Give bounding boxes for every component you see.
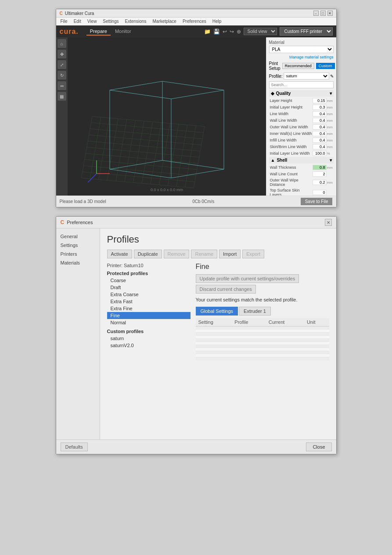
setting-wall-thickness-unit: mm [327,166,333,170]
prefs-close-button[interactable]: ✕ [325,219,332,226]
profile-edit-icon[interactable]: ✎ [330,74,334,79]
setting-outer-wall-width: Outer Wall Line Width mm [269,124,334,131]
manage-material-link[interactable]: Manage material settings [269,55,334,59]
btn-recommended[interactable]: Recommended [282,63,314,69]
duplicate-button[interactable]: Duplicate [134,250,162,258]
setting-initial-layer-height-input[interactable] [313,105,327,110]
profile-extra-fine[interactable]: Extra Fine [107,305,191,312]
menu-preferences[interactable]: Preferences [182,18,207,24]
menu-settings[interactable]: Settings [102,18,119,24]
nav-printers[interactable]: Printers [56,250,100,258]
setting-top-surface-layers-input[interactable] [313,190,327,195]
btn-custom[interactable]: Custom [316,63,335,69]
tab-extruder-1[interactable]: Extruder 1 [239,307,271,316]
table-row [196,339,329,342]
nav-general[interactable]: General [56,232,100,241]
menu-file[interactable]: File [60,18,68,24]
tab-prepare[interactable]: Prepare [86,28,111,36]
sidebar-icon-rotate[interactable]: ↻ [58,71,66,80]
profile-extra-coarse[interactable]: Extra Coarse [107,291,191,298]
setting-outer-wall-width-input[interactable] [313,124,327,130]
profile-saturn[interactable]: saturn [107,335,191,342]
setting-line-width-unit: mm [327,112,333,116]
setting-outer-wall-width-unit: mm [327,125,333,129]
setting-initial-layer-height-unit: mm [327,105,333,109]
import-button[interactable]: Import [219,250,241,258]
material-select[interactable]: PLA [269,46,334,53]
viewport-3d[interactable]: 0.0 x 0.0 x 0.0 mm [68,37,266,196]
setting-layer-height-input[interactable] [313,98,327,103]
toolbar-icon-undo[interactable]: ↩ [223,29,227,35]
save-to-file-button[interactable]: Save to File [301,198,333,205]
sidebar-icon-support[interactable]: ▦ [58,92,66,101]
toolbar-icon-redo[interactable]: ↪ [230,29,234,35]
defaults-button[interactable]: Defaults [61,443,88,451]
toolbar-icon-save[interactable]: 💾 [213,29,220,35]
profile-draft[interactable]: Draft [107,284,191,291]
setting-skirt-width-input[interactable] [313,144,327,149]
discard-changes-button[interactable]: Discard current changes [196,285,256,294]
setting-wall-thickness-input[interactable] [313,165,327,170]
setting-wall-line-count-input[interactable] [313,171,327,177]
sidebar-icon-home[interactable]: ⌂ [58,39,66,48]
profile-extra-fast[interactable]: Extra Fast [107,298,191,305]
setting-line-width: Line Width mm [269,111,334,117]
svg-rect-0 [75,37,259,196]
setting-inner-wall-width-input[interactable] [313,131,327,136]
nav-materials[interactable]: Materials [56,258,100,267]
setting-wall-line-width-input[interactable] [313,118,327,123]
table-row [196,342,329,345]
setting-inner-wall-width-unit: mm [327,132,333,136]
setting-outer-wall-wipe-input[interactable] [313,180,327,185]
setting-wall-line-width-unit: mm [327,119,333,123]
shell-label: Shell [277,158,287,163]
menu-marketplace[interactable]: Marketplace [151,18,177,24]
toolbar-icon-zoom[interactable]: ⊕ [237,29,241,35]
profile-row: Profile: saturn ✎ [269,73,334,80]
toolbar-right: 📁 💾 ↩ ↪ ⊕ Solid view Custom FFF printer [204,27,333,36]
sidebar-icon-mirror[interactable]: ⇔ [58,81,66,90]
cura-titlebar: C Ultimaker Cura – □ ✕ [56,9,336,18]
setting-skirt-width-unit: mm [327,145,333,149]
settings-search-input[interactable] [269,81,334,88]
menu-edit[interactable]: Edit [73,18,82,24]
menu-view[interactable]: View [86,18,98,24]
profile-saturnv2[interactable]: saturnV2.0 [107,342,191,349]
sidebar-icon-move[interactable]: ✥ [58,50,66,58]
tab-global-settings[interactable]: Global Settings [196,307,238,316]
table-row [196,345,329,348]
setting-initial-line-width-input[interactable] [313,151,327,156]
shell-section-header[interactable]: ▲ Shell ▾ [269,157,334,163]
cura-main-window: C Ultimaker Cura – □ ✕ File Edit View Se… [56,9,337,207]
menu-help[interactable]: Help [212,18,223,24]
minimize-button[interactable]: – [313,11,319,16]
profile-normal[interactable]: Normal [107,319,191,326]
profile-coarse[interactable]: Coarse [107,277,191,284]
selected-profile-name: Fine [196,263,329,271]
quality-section-header[interactable]: ◆ Quality ▾ [269,90,334,97]
nav-settings[interactable]: Settings [56,241,100,250]
close-dialog-button[interactable]: Close [306,443,331,451]
setting-infill-width-input[interactable] [313,138,327,143]
menu-extensions[interactable]: Extensions [124,18,147,24]
profile-fine[interactable]: Fine [107,312,191,319]
update-profile-button[interactable]: Update profile with current settings/ove… [196,274,299,283]
profile-select[interactable]: saturn [284,73,329,80]
window-controls: – □ ✕ [313,11,333,16]
rename-button[interactable]: Rename [191,250,217,258]
export-button[interactable]: Export [242,250,264,258]
activate-button[interactable]: Activate [107,250,132,258]
close-window-button[interactable]: ✕ [327,11,333,16]
view-mode-select[interactable]: Solid view [244,28,277,35]
sidebar-icon-scale[interactable]: ⤢ [58,60,66,69]
quality-icon: ◆ [271,91,274,96]
printer-select[interactable]: Custom FFF printer [280,27,333,36]
toolbar-icon-folder[interactable]: 📁 [204,29,211,35]
setting-line-width-input[interactable] [313,111,327,116]
setting-initial-layer-height: Initial Layer Height mm [269,104,334,111]
tab-monitor[interactable]: Monitor [111,28,135,36]
setting-outer-wall-wipe-unit: mm [327,181,333,185]
maximize-button[interactable]: □ [320,11,326,16]
remove-button[interactable]: Remove [164,250,190,258]
custom-profiles-label: Custom profiles [107,329,191,334]
